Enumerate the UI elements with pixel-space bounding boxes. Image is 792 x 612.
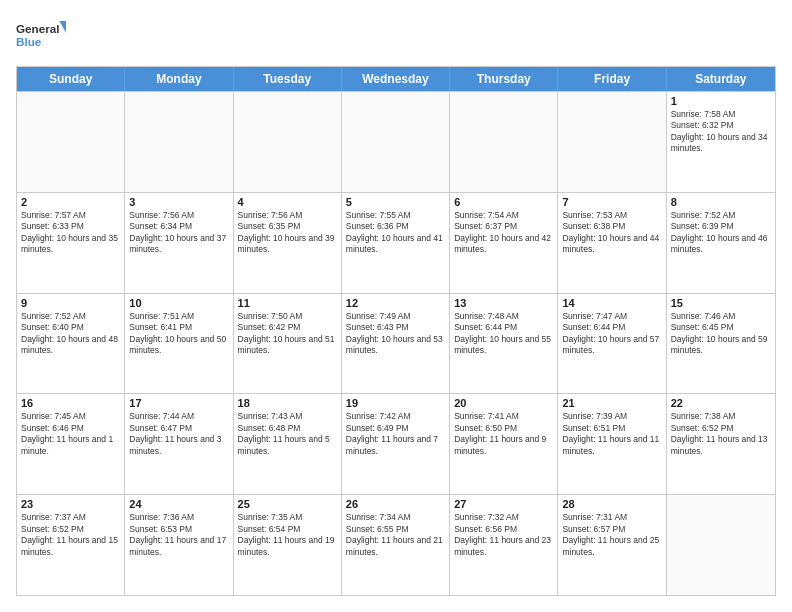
day-number: 4 — [238, 196, 337, 208]
calendar-cell — [234, 92, 342, 192]
day-number: 21 — [562, 397, 661, 409]
calendar-cell — [450, 92, 558, 192]
day-number: 25 — [238, 498, 337, 510]
day-info: Sunrise: 7:35 AM Sunset: 6:54 PM Dayligh… — [238, 512, 337, 558]
calendar-cell: 1Sunrise: 7:58 AM Sunset: 6:32 PM Daylig… — [667, 92, 775, 192]
calendar-cell: 9Sunrise: 7:52 AM Sunset: 6:40 PM Daylig… — [17, 294, 125, 394]
calendar-row: 9Sunrise: 7:52 AM Sunset: 6:40 PM Daylig… — [17, 293, 775, 394]
header: General Blue — [16, 16, 776, 56]
day-number: 7 — [562, 196, 661, 208]
day-info: Sunrise: 7:32 AM Sunset: 6:56 PM Dayligh… — [454, 512, 553, 558]
calendar-row: 2Sunrise: 7:57 AM Sunset: 6:33 PM Daylig… — [17, 192, 775, 293]
day-info: Sunrise: 7:36 AM Sunset: 6:53 PM Dayligh… — [129, 512, 228, 558]
calendar-cell: 8Sunrise: 7:52 AM Sunset: 6:39 PM Daylig… — [667, 193, 775, 293]
day-info: Sunrise: 7:44 AM Sunset: 6:47 PM Dayligh… — [129, 411, 228, 457]
calendar-header-cell: Tuesday — [234, 67, 342, 91]
calendar-cell: 16Sunrise: 7:45 AM Sunset: 6:46 PM Dayli… — [17, 394, 125, 494]
day-number: 28 — [562, 498, 661, 510]
day-info: Sunrise: 7:55 AM Sunset: 6:36 PM Dayligh… — [346, 210, 445, 256]
calendar: SundayMondayTuesdayWednesdayThursdayFrid… — [16, 66, 776, 596]
calendar-cell: 3Sunrise: 7:56 AM Sunset: 6:34 PM Daylig… — [125, 193, 233, 293]
calendar-cell: 11Sunrise: 7:50 AM Sunset: 6:42 PM Dayli… — [234, 294, 342, 394]
calendar-header-cell: Wednesday — [342, 67, 450, 91]
calendar-cell: 20Sunrise: 7:41 AM Sunset: 6:50 PM Dayli… — [450, 394, 558, 494]
day-info: Sunrise: 7:31 AM Sunset: 6:57 PM Dayligh… — [562, 512, 661, 558]
calendar-cell: 26Sunrise: 7:34 AM Sunset: 6:55 PM Dayli… — [342, 495, 450, 595]
day-info: Sunrise: 7:39 AM Sunset: 6:51 PM Dayligh… — [562, 411, 661, 457]
day-number: 8 — [671, 196, 771, 208]
calendar-cell — [125, 92, 233, 192]
day-number: 14 — [562, 297, 661, 309]
day-info: Sunrise: 7:57 AM Sunset: 6:33 PM Dayligh… — [21, 210, 120, 256]
day-number: 6 — [454, 196, 553, 208]
calendar-header-cell: Friday — [558, 67, 666, 91]
day-number: 2 — [21, 196, 120, 208]
calendar-cell: 13Sunrise: 7:48 AM Sunset: 6:44 PM Dayli… — [450, 294, 558, 394]
calendar-cell: 19Sunrise: 7:42 AM Sunset: 6:49 PM Dayli… — [342, 394, 450, 494]
day-info: Sunrise: 7:50 AM Sunset: 6:42 PM Dayligh… — [238, 311, 337, 357]
calendar-cell: 5Sunrise: 7:55 AM Sunset: 6:36 PM Daylig… — [342, 193, 450, 293]
calendar-cell: 7Sunrise: 7:53 AM Sunset: 6:38 PM Daylig… — [558, 193, 666, 293]
calendar-header-cell: Monday — [125, 67, 233, 91]
day-info: Sunrise: 7:56 AM Sunset: 6:34 PM Dayligh… — [129, 210, 228, 256]
day-info: Sunrise: 7:53 AM Sunset: 6:38 PM Dayligh… — [562, 210, 661, 256]
calendar-cell — [558, 92, 666, 192]
day-number: 11 — [238, 297, 337, 309]
day-number: 20 — [454, 397, 553, 409]
day-number: 10 — [129, 297, 228, 309]
calendar-cell: 22Sunrise: 7:38 AM Sunset: 6:52 PM Dayli… — [667, 394, 775, 494]
calendar-cell: 15Sunrise: 7:46 AM Sunset: 6:45 PM Dayli… — [667, 294, 775, 394]
calendar-cell — [342, 92, 450, 192]
day-info: Sunrise: 7:42 AM Sunset: 6:49 PM Dayligh… — [346, 411, 445, 457]
calendar-cell: 24Sunrise: 7:36 AM Sunset: 6:53 PM Dayli… — [125, 495, 233, 595]
calendar-cell: 2Sunrise: 7:57 AM Sunset: 6:33 PM Daylig… — [17, 193, 125, 293]
day-number: 1 — [671, 95, 771, 107]
calendar-cell: 4Sunrise: 7:56 AM Sunset: 6:35 PM Daylig… — [234, 193, 342, 293]
day-info: Sunrise: 7:48 AM Sunset: 6:44 PM Dayligh… — [454, 311, 553, 357]
calendar-cell: 10Sunrise: 7:51 AM Sunset: 6:41 PM Dayli… — [125, 294, 233, 394]
day-info: Sunrise: 7:54 AM Sunset: 6:37 PM Dayligh… — [454, 210, 553, 256]
calendar-cell: 21Sunrise: 7:39 AM Sunset: 6:51 PM Dayli… — [558, 394, 666, 494]
calendar-cell: 28Sunrise: 7:31 AM Sunset: 6:57 PM Dayli… — [558, 495, 666, 595]
calendar-cell: 27Sunrise: 7:32 AM Sunset: 6:56 PM Dayli… — [450, 495, 558, 595]
day-number: 16 — [21, 397, 120, 409]
day-number: 22 — [671, 397, 771, 409]
calendar-cell: 6Sunrise: 7:54 AM Sunset: 6:37 PM Daylig… — [450, 193, 558, 293]
calendar-row: 1Sunrise: 7:58 AM Sunset: 6:32 PM Daylig… — [17, 91, 775, 192]
day-info: Sunrise: 7:34 AM Sunset: 6:55 PM Dayligh… — [346, 512, 445, 558]
day-info: Sunrise: 7:56 AM Sunset: 6:35 PM Dayligh… — [238, 210, 337, 256]
day-info: Sunrise: 7:52 AM Sunset: 6:40 PM Dayligh… — [21, 311, 120, 357]
day-info: Sunrise: 7:41 AM Sunset: 6:50 PM Dayligh… — [454, 411, 553, 457]
day-info: Sunrise: 7:47 AM Sunset: 6:44 PM Dayligh… — [562, 311, 661, 357]
day-number: 18 — [238, 397, 337, 409]
day-info: Sunrise: 7:51 AM Sunset: 6:41 PM Dayligh… — [129, 311, 228, 357]
calendar-row: 16Sunrise: 7:45 AM Sunset: 6:46 PM Dayli… — [17, 393, 775, 494]
day-number: 26 — [346, 498, 445, 510]
calendar-cell — [667, 495, 775, 595]
day-info: Sunrise: 7:58 AM Sunset: 6:32 PM Dayligh… — [671, 109, 771, 155]
calendar-row: 23Sunrise: 7:37 AM Sunset: 6:52 PM Dayli… — [17, 494, 775, 595]
calendar-header-cell: Saturday — [667, 67, 775, 91]
day-info: Sunrise: 7:52 AM Sunset: 6:39 PM Dayligh… — [671, 210, 771, 256]
calendar-header-cell: Sunday — [17, 67, 125, 91]
day-number: 9 — [21, 297, 120, 309]
day-number: 15 — [671, 297, 771, 309]
day-info: Sunrise: 7:38 AM Sunset: 6:52 PM Dayligh… — [671, 411, 771, 457]
calendar-cell: 12Sunrise: 7:49 AM Sunset: 6:43 PM Dayli… — [342, 294, 450, 394]
day-number: 24 — [129, 498, 228, 510]
calendar-cell: 25Sunrise: 7:35 AM Sunset: 6:54 PM Dayli… — [234, 495, 342, 595]
page: General Blue SundayMondayTuesdayWednesda… — [0, 0, 792, 612]
calendar-cell: 14Sunrise: 7:47 AM Sunset: 6:44 PM Dayli… — [558, 294, 666, 394]
day-info: Sunrise: 7:45 AM Sunset: 6:46 PM Dayligh… — [21, 411, 120, 457]
calendar-header: SundayMondayTuesdayWednesdayThursdayFrid… — [17, 67, 775, 91]
calendar-cell: 17Sunrise: 7:44 AM Sunset: 6:47 PM Dayli… — [125, 394, 233, 494]
day-number: 19 — [346, 397, 445, 409]
day-number: 23 — [21, 498, 120, 510]
logo: General Blue — [16, 16, 66, 56]
day-number: 3 — [129, 196, 228, 208]
day-info: Sunrise: 7:46 AM Sunset: 6:45 PM Dayligh… — [671, 311, 771, 357]
calendar-cell: 23Sunrise: 7:37 AM Sunset: 6:52 PM Dayli… — [17, 495, 125, 595]
day-number: 12 — [346, 297, 445, 309]
calendar-header-cell: Thursday — [450, 67, 558, 91]
logo-icon: General Blue — [16, 16, 66, 56]
